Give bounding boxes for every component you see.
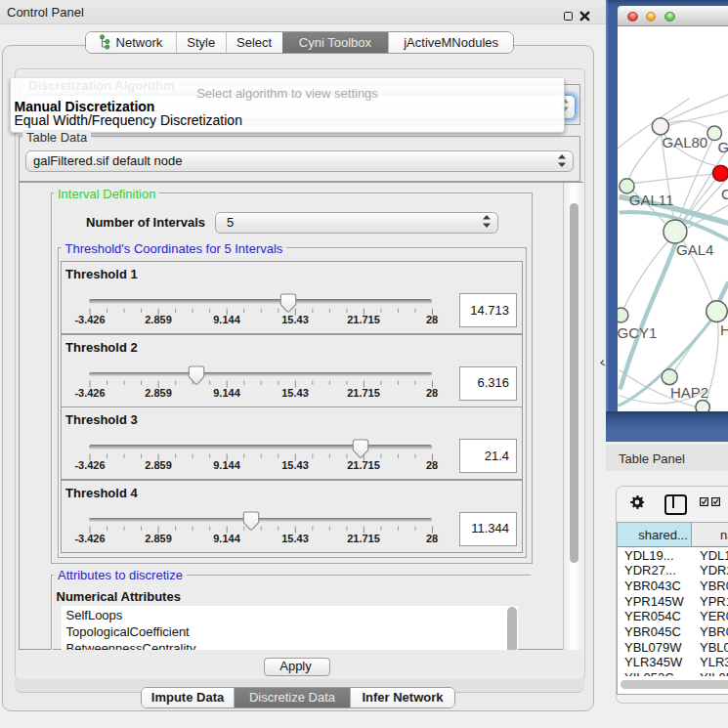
svg-text:GA: GA xyxy=(717,139,728,155)
svg-text:GAL4: GAL4 xyxy=(676,241,713,258)
svg-text:GAL80: GAL80 xyxy=(662,134,707,150)
svg-text:GCY1: GCY1 xyxy=(618,324,657,341)
svg-text:C.: C. xyxy=(721,186,728,202)
svg-text:GAL11: GAL11 xyxy=(628,192,673,208)
svg-text:HAP2: HAP2 xyxy=(669,384,707,401)
svg-text:H: H xyxy=(719,321,728,338)
